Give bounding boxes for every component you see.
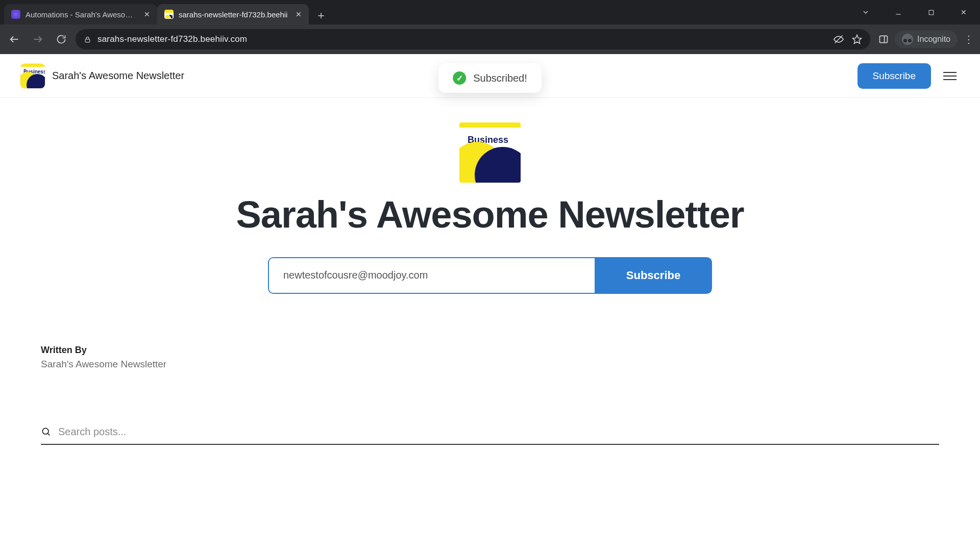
browser-tab[interactable]: sarahs-newsletter-fd732b.beehii ✕ (157, 4, 309, 24)
email-input[interactable] (268, 257, 595, 294)
tab-favicon-icon (11, 10, 20, 19)
svg-marker-6 (853, 35, 862, 44)
svg-line-10 (47, 434, 50, 436)
svg-rect-1 (929, 10, 934, 15)
incognito-label: Incognito (917, 35, 950, 44)
written-by: Written By Sarah's Awesome Newsletter (0, 314, 980, 370)
svg-point-9 (42, 429, 48, 435)
page-title: Sarah's Awesome Newsletter (236, 195, 744, 235)
svg-rect-4 (85, 39, 90, 42)
written-by-value: Sarah's Awesome Newsletter (41, 359, 939, 370)
forward-button[interactable] (29, 30, 47, 48)
check-circle-icon: ✓ (453, 71, 466, 85)
site-header: Business Sarah's Awesome Newsletter ✓ Su… (0, 54, 980, 98)
hero-logo-icon: Business (459, 122, 521, 183)
url-text: sarahs-newsletter-fd732b.beehiiv.com (97, 34, 827, 44)
new-tab-button[interactable]: ＋ (312, 6, 330, 24)
browser-tab-strip: Automations - Sarah's Awesome ✕ sarahs-n… (0, 0, 980, 24)
tab-title: Automations - Sarah's Awesome (26, 10, 136, 19)
browser-menu-button[interactable]: ⋮ (964, 33, 975, 45)
close-icon[interactable]: ✕ (141, 10, 150, 18)
brand-name: Sarah's Awesome Newsletter (52, 70, 184, 82)
lock-icon (84, 36, 91, 43)
written-by-label: Written By (41, 345, 939, 356)
reload-button[interactable] (52, 30, 70, 48)
toast-message: Subscribed! (473, 72, 527, 84)
menu-icon[interactable] (940, 69, 960, 83)
browser-toolbar: sarahs-newsletter-fd732b.beehiiv.com Inc… (0, 24, 980, 54)
page-viewport: Business Sarah's Awesome Newsletter ✓ Su… (0, 54, 980, 551)
close-icon[interactable]: ✕ (292, 10, 302, 18)
incognito-indicator[interactable]: Incognito (895, 31, 958, 48)
chevron-down-icon[interactable] (855, 2, 876, 22)
eye-off-icon[interactable] (834, 34, 844, 44)
svg-rect-7 (880, 36, 888, 42)
hero: Business Sarah's Awesome Newsletter Subs… (0, 98, 980, 314)
star-icon[interactable] (852, 34, 862, 44)
browser-tab[interactable]: Automations - Sarah's Awesome ✕ (4, 4, 157, 24)
window-controls: ✕ (849, 0, 980, 24)
search-posts (41, 426, 939, 445)
subscribe-form: Subscribe (268, 257, 712, 294)
side-panel-icon[interactable] (878, 34, 889, 44)
tab-title: sarahs-newsletter-fd732b.beehii (179, 10, 287, 19)
tab-favicon-icon (164, 10, 174, 19)
brand[interactable]: Business Sarah's Awesome Newsletter (20, 64, 184, 88)
url-bar[interactable]: sarahs-newsletter-fd732b.beehiiv.com (76, 29, 870, 49)
subscribe-button-header[interactable]: Subscribe (857, 63, 932, 89)
maximize-icon[interactable] (921, 2, 941, 22)
toast-subscribed: ✓ Subscribed! (438, 63, 542, 93)
back-button[interactable] (5, 30, 23, 48)
incognito-icon (902, 34, 913, 45)
close-window-icon[interactable]: ✕ (953, 2, 974, 22)
brand-logo-icon: Business (20, 64, 45, 88)
minimize-icon[interactable] (888, 2, 909, 22)
search-icon (41, 427, 51, 437)
search-input[interactable] (58, 426, 939, 438)
subscribe-button[interactable]: Subscribe (595, 257, 712, 294)
